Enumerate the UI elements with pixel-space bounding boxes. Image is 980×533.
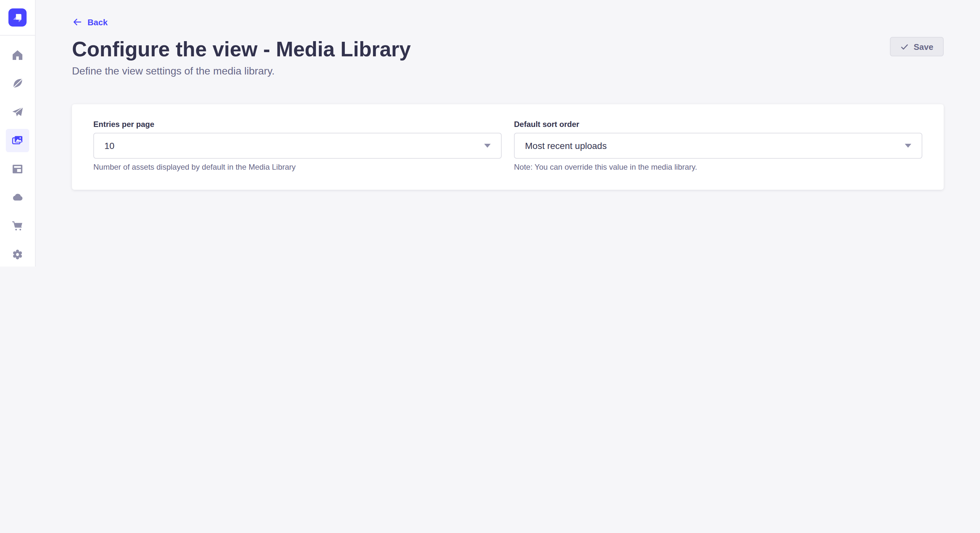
pictures-icon (11, 134, 24, 147)
viewport: KD Back Configure the view - Media Libra… (0, 0, 980, 266)
main-content: Back Configure the view - Media Library … (36, 0, 980, 266)
default-sort-order-select[interactable]: Most recent uploads (514, 133, 922, 159)
sidebar-item-marketplace[interactable] (6, 214, 29, 238)
paper-plane-icon (11, 106, 24, 119)
sidebar-item-releases[interactable] (6, 100, 29, 124)
default-sort-order-label: Default sort order (514, 120, 922, 130)
field-entries-per-page: Entries per page 10 Number of assets dis… (93, 120, 502, 172)
default-sort-order-hint: Note: You can override this value in the… (514, 162, 922, 172)
field-default-sort-order: Default sort order Most recent uploads N… (514, 120, 922, 172)
page-subtitle: Define the view settings of the media li… (72, 65, 944, 77)
check-icon (900, 43, 908, 51)
sidebar-item-content-type-builder[interactable] (6, 157, 29, 181)
logo-section (0, 0, 35, 36)
layout-icon (11, 163, 24, 176)
strapi-logo-icon[interactable] (8, 8, 27, 27)
caret-down-icon (484, 144, 491, 148)
sidebar-item-settings[interactable] (6, 243, 29, 266)
default-sort-order-value: Most recent uploads (525, 141, 607, 151)
sidebar-item-cloud[interactable] (6, 186, 29, 209)
cart-icon (11, 219, 24, 233)
sidebar-item-home[interactable] (6, 43, 29, 67)
feather-icon (11, 77, 24, 90)
sidebar-nav (0, 36, 35, 266)
entries-per-page-hint: Number of assets displayed by default in… (93, 162, 502, 172)
save-button[interactable]: Save (889, 37, 944, 56)
back-link[interactable]: Back (72, 17, 108, 27)
cloud-icon (11, 191, 24, 204)
entries-per-page-value: 10 (104, 141, 115, 151)
arrow-left-icon (72, 17, 82, 27)
home-icon (11, 49, 24, 62)
back-link-label: Back (88, 17, 108, 27)
page-title: Configure the view - Media Library (72, 38, 944, 60)
save-button-label: Save (913, 42, 933, 51)
entries-per-page-label: Entries per page (93, 120, 502, 130)
entries-per-page-select[interactable]: 10 (93, 133, 502, 159)
view-settings-card: Entries per page 10 Number of assets dis… (72, 104, 944, 190)
sidebar: KD (0, 0, 36, 266)
sidebar-item-content-manager[interactable] (6, 72, 29, 95)
gear-icon (11, 248, 24, 261)
strapi-admin-app: KD Back Configure the view - Media Libra… (0, 0, 980, 266)
page-header: Back Configure the view - Media Library … (36, 0, 980, 77)
caret-down-icon (905, 144, 911, 148)
sidebar-item-media-library[interactable] (6, 129, 29, 152)
